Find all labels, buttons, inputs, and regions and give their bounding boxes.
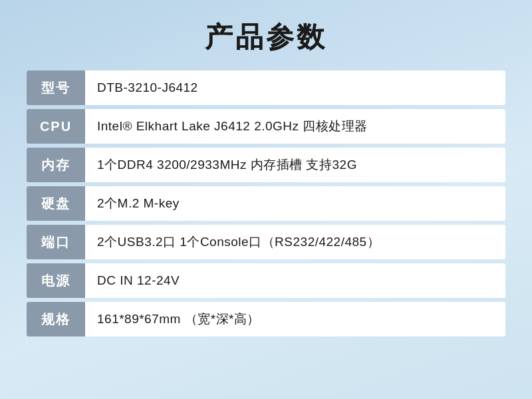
table-row: 硬盘2个M.2 M-key (27, 186, 505, 221)
row-label-2: 内存 (27, 148, 85, 182)
specs-table: 型号DTB-3210-J6412CPUIntel® Elkhart Lake J… (27, 70, 505, 340)
row-label-1: CPU (27, 109, 85, 144)
table-row: 规格161*89*67mm （宽*深*高） (27, 302, 505, 336)
table-row: 端口2个USB3.2口 1个Console口（RS232/422/485） (27, 225, 505, 259)
table-row: 内存1个DDR4 3200/2933MHz 内存插槽 支持32G (27, 148, 505, 182)
table-row: CPUIntel® Elkhart Lake J6412 2.0GHz 四核处理… (27, 109, 505, 144)
row-label-0: 型号 (27, 70, 85, 105)
row-label-4: 端口 (27, 225, 85, 259)
row-value-0: DTB-3210-J6412 (85, 70, 505, 105)
table-row: 电源DC IN 12-24V (27, 263, 505, 298)
row-value-5: DC IN 12-24V (85, 263, 505, 298)
row-value-3: 2个M.2 M-key (85, 186, 505, 221)
row-value-4: 2个USB3.2口 1个Console口（RS232/422/485） (85, 225, 505, 259)
row-value-1: Intel® Elkhart Lake J6412 2.0GHz 四核处理器 (85, 109, 505, 144)
page-title: 产品参数 (205, 19, 327, 56)
row-value-2: 1个DDR4 3200/2933MHz 内存插槽 支持32G (85, 148, 505, 182)
row-label-3: 硬盘 (27, 186, 85, 221)
row-label-5: 电源 (27, 263, 85, 298)
table-row: 型号DTB-3210-J6412 (27, 70, 505, 105)
row-label-6: 规格 (27, 302, 85, 336)
row-value-6: 161*89*67mm （宽*深*高） (85, 302, 505, 336)
